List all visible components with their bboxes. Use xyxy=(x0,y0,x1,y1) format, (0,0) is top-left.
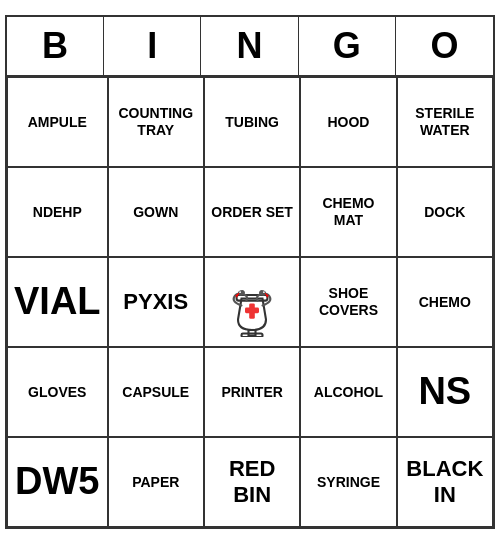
bingo-cell-21: PAPER xyxy=(108,437,204,527)
bingo-cell-3: HOOD xyxy=(300,77,396,167)
bingo-cell-2: TUBING xyxy=(204,77,300,167)
bingo-cell-12 xyxy=(204,257,300,347)
bingo-cell-0: AMPULE xyxy=(7,77,108,167)
bingo-cell-13: SHOE COVERS xyxy=(300,257,396,347)
bingo-cell-24: BLACKIN xyxy=(397,437,493,527)
svg-rect-4 xyxy=(245,308,259,314)
bingo-cell-22: REDBIN xyxy=(204,437,300,527)
bingo-cell-17: PRINTER xyxy=(204,347,300,437)
bingo-cell-19: NS xyxy=(397,347,493,437)
bingo-cell-23: SYRINGE xyxy=(300,437,396,527)
bingo-cell-15: GLOVES xyxy=(7,347,108,437)
header-letter-i: I xyxy=(104,17,201,75)
header-letter-o: O xyxy=(396,17,493,75)
bingo-cell-16: CAPSULE xyxy=(108,347,204,437)
header-letter-b: B xyxy=(7,17,104,75)
bingo-cell-20: DW5 xyxy=(7,437,108,527)
svg-point-6 xyxy=(239,291,241,293)
bingo-cell-8: CHEMO MAT xyxy=(300,167,396,257)
bingo-grid: AMPULECOUNTING TRAYTUBINGHOODSTERILE WAT… xyxy=(7,77,493,527)
bingo-cell-9: DOCK xyxy=(397,167,493,257)
bingo-cell-1: COUNTING TRAY xyxy=(108,77,204,167)
bingo-cell-4: STERILE WATER xyxy=(397,77,493,167)
bingo-cell-6: GOWN xyxy=(108,167,204,257)
bingo-cell-7: ORDER SET xyxy=(204,167,300,257)
bingo-cell-14: CHEMO xyxy=(397,257,493,347)
header-letter-g: G xyxy=(299,17,396,75)
bingo-header: BINGO xyxy=(7,17,493,77)
bingo-card: BINGO AMPULECOUNTING TRAYTUBINGHOODSTERI… xyxy=(5,15,495,529)
bingo-cell-5: NDEHP xyxy=(7,167,108,257)
bingo-cell-10: VIAL xyxy=(7,257,108,347)
svg-point-8 xyxy=(263,291,265,293)
bingo-cell-18: ALCOHOL xyxy=(300,347,396,437)
bingo-cell-11: PYXIS xyxy=(108,257,204,347)
header-letter-n: N xyxy=(201,17,298,75)
free-space-icon xyxy=(217,267,287,337)
